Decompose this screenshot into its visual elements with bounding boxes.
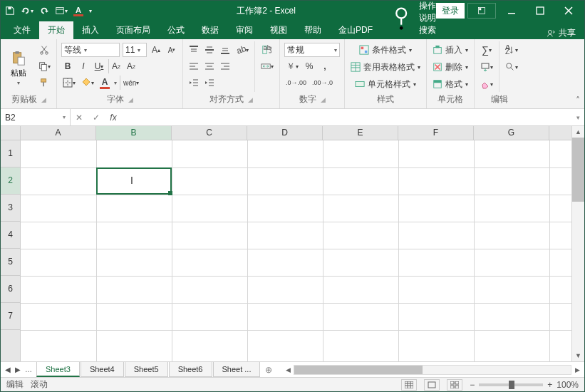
close-button[interactable] [556,3,581,19]
sort-filter-button[interactable]: AZ▾ [504,43,519,57]
align-bottom-button[interactable] [219,43,232,57]
tab-page-layout[interactable]: 页面布局 [108,21,159,39]
fill-button[interactable]: ▾ [479,60,495,74]
name-box[interactable]: B2▾ [1,109,71,125]
align-right-button[interactable] [219,59,232,73]
zoom-value[interactable]: 100% [556,380,579,390]
wrap-text-button[interactable]: ab [259,43,275,57]
font-name-combo[interactable]: 等线▾ [61,43,120,57]
normal-view-button[interactable] [401,379,417,391]
scroll-down-icon[interactable]: ▼ [572,350,584,361]
row-header-5[interactable]: 5 [1,249,20,276]
cell-style-button[interactable]: 单元格样式▾ [349,77,422,91]
number-format-combo[interactable]: 常规▾ [284,43,340,57]
zoom-out-button[interactable]: − [470,380,475,390]
col-header-a[interactable]: A [21,126,96,140]
sheet-nav-more-icon[interactable]: … [25,366,32,373]
table-format-button[interactable]: 套用表格格式▾ [349,60,422,74]
row-header-3[interactable]: 3 [1,195,20,222]
clipboard-dialog-launcher[interactable]: ◢ [41,96,46,103]
font-color-qat-icon[interactable]: A [73,6,83,16]
increase-decimal-button[interactable]: .0→.00 [284,76,308,90]
bold-button[interactable]: B [61,59,74,73]
accounting-format-button[interactable]: ￥▾ [284,59,300,73]
minimize-button[interactable] [499,3,524,19]
undo-icon[interactable]: ▾ [21,6,33,16]
col-header-c[interactable]: C [172,126,247,140]
font-size-combo[interactable]: 11▾ [123,43,147,57]
scroll-left-icon[interactable]: ◀ [282,366,294,373]
tab-file[interactable]: 文件 [5,21,39,39]
scroll-thumb[interactable] [572,138,584,202]
select-all-corner[interactable] [1,126,21,140]
zoom-in-button[interactable]: + [547,380,552,390]
scroll-right-icon[interactable]: ▶ [571,366,583,373]
comma-button[interactable]: , [319,59,331,73]
row-header-2[interactable]: 2 [1,167,20,195]
save-icon[interactable] [5,6,15,16]
tab-review[interactable]: 审阅 [227,21,262,39]
page-break-view-button[interactable] [447,379,462,391]
hscroll-thumb[interactable] [294,366,423,374]
row-header-7[interactable]: 7 [1,303,20,330]
tell-me-search[interactable]: 操作说明搜索 [381,0,452,39]
sheet-tab-sheet5[interactable]: Sheet5 [125,362,168,377]
formula-input[interactable] [122,109,571,125]
cut-button[interactable] [36,43,52,57]
insert-function-button[interactable]: fx [105,109,122,125]
percent-button[interactable]: % [303,59,316,73]
copy-button[interactable]: ▾ [36,59,52,73]
sheet-nav[interactable]: ◀▶… [1,366,36,373]
format-cells-button[interactable]: 格式▾ [431,77,470,91]
align-top-button[interactable] [187,43,200,57]
col-header-g[interactable]: G [474,126,549,140]
sheet-tab-sheet3[interactable]: Sheet3 [36,362,80,377]
align-center-button[interactable] [203,59,216,73]
subscript-button[interactable]: A2 [125,59,138,73]
qat-customize-icon[interactable]: ▾ [55,6,68,16]
col-header-e[interactable]: E [323,126,398,140]
autosum-button[interactable]: ∑▾ [479,43,495,57]
sheet-nav-prev-icon[interactable]: ◀ [5,366,11,373]
decrease-decimal-button[interactable]: .00→.0 [311,76,334,90]
underline-button[interactable]: U▾ [93,59,105,73]
ribbon-options-button[interactable] [467,3,496,19]
orientation-button[interactable]: ab▾ [234,43,250,57]
sheet-nav-next-icon[interactable]: ▶ [15,366,21,373]
row-header-1[interactable]: 1 [1,140,20,167]
font-color-button[interactable]: A [98,76,111,90]
maximize-button[interactable] [527,3,553,19]
confirm-edit-button[interactable]: ✓ [88,109,105,125]
italic-button[interactable]: I [77,59,90,73]
align-middle-button[interactable] [203,43,216,57]
find-select-button[interactable]: ▾ [504,60,519,74]
scroll-up-icon[interactable]: ▲ [572,126,584,138]
cancel-edit-button[interactable]: ✕ [71,109,88,125]
sheet-tab-more[interactable]: Sheet ... [213,362,261,377]
paste-button[interactable]: 粘贴 ▾ [5,41,32,92]
row-header-4[interactable]: 4 [1,222,20,249]
active-cell[interactable] [96,167,172,195]
align-dialog-launcher[interactable]: ◢ [248,96,253,103]
col-header-d[interactable]: D [247,126,323,140]
number-dialog-launcher[interactable]: ◢ [321,96,326,103]
tab-formulas[interactable]: 公式 [159,21,193,39]
tab-data[interactable]: 数据 [193,21,227,39]
fill-color-button[interactable]: ▾ [80,76,95,90]
zoom-slider[interactable] [479,383,543,386]
increase-indent-button[interactable] [203,76,216,90]
new-sheet-button[interactable]: ⊕ [261,365,276,375]
sheet-tab-sheet4[interactable]: Sheet4 [81,362,124,377]
insert-cells-button[interactable]: 插入▾ [431,43,470,57]
collapse-ribbon-icon[interactable]: ˄ [576,96,580,105]
tab-insert[interactable]: 插入 [73,21,108,39]
col-header-f[interactable]: F [398,126,474,140]
merge-center-button[interactable]: ▾ [259,59,275,73]
superscript-button[interactable]: A2 [108,59,122,73]
page-layout-view-button[interactable] [424,379,440,391]
cell-area[interactable]: I [21,140,571,361]
share-button[interactable]: 共享 [538,27,584,39]
tab-help[interactable]: 帮助 [296,21,330,39]
decrease-indent-button[interactable] [187,76,200,90]
increase-font-button[interactable]: A▴ [150,43,162,57]
